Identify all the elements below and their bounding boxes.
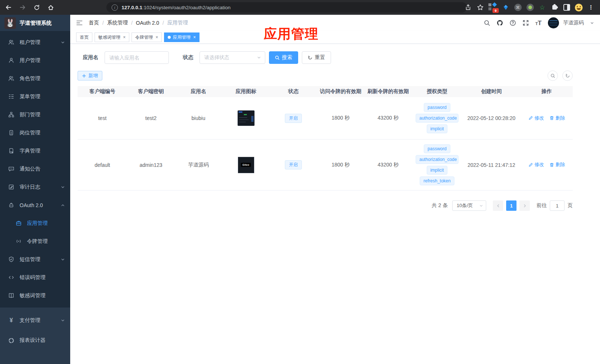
fullscreen-icon[interactable]	[522, 20, 529, 26]
grant-type-tag: implicit	[427, 124, 448, 133]
page-size-select[interactable]: 10条/页	[452, 200, 486, 211]
page-unit-label: 页	[567, 202, 573, 209]
close-icon[interactable]: ×	[193, 35, 196, 40]
collapse-sidebar-icon[interactable]	[76, 20, 83, 26]
chevron-down-icon[interactable]	[590, 21, 594, 25]
site-info-icon[interactable]: i	[112, 4, 118, 11]
table-toolbar: 新增	[78, 71, 573, 81]
sidebar-logo[interactable]: 🐰 芋道管理系统	[0, 15, 70, 31]
search-button[interactable]: 搜索	[269, 51, 298, 64]
search-icon[interactable]	[484, 20, 490, 26]
edit-log-icon	[8, 184, 14, 190]
chevron-left-icon	[496, 204, 500, 208]
sidebar-item-label: 报表设计器	[20, 337, 45, 344]
breadcrumb-home[interactable]: 首页	[89, 20, 99, 26]
sidebar-item-post[interactable]: 岗位管理	[0, 124, 70, 142]
status-select[interactable]: 请选择状态	[200, 51, 265, 64]
cell-client-id: default	[78, 140, 127, 190]
breadcrumb-oauth[interactable]: OAuth 2.0	[136, 20, 159, 26]
side-panel-icon[interactable]	[560, 0, 573, 15]
sidebar-item-tenant[interactable]: 租户管理	[0, 33, 70, 51]
address-bar[interactable]: i 127.0.0.1:1024/system/oauth2/oauth2/ap…	[106, 2, 467, 13]
breadcrumb-system[interactable]: 系统管理	[107, 20, 128, 26]
command-extension-icon[interactable]: ⌘	[512, 0, 524, 15]
sidebar-item-error-code[interactable]: 错误码管理	[0, 268, 70, 286]
app-icon-thumbnail	[238, 110, 255, 126]
sidebar-item-sensitive-word[interactable]: 敏感词管理	[0, 286, 70, 305]
page-number-1[interactable]: 1	[506, 200, 517, 211]
grant-type-tag: authorization_code	[416, 155, 458, 164]
users-icon	[8, 39, 14, 45]
sidebar-item-report-designer[interactable]: 报表设计器	[0, 330, 70, 350]
next-page-button[interactable]	[519, 200, 530, 211]
github-icon[interactable]	[497, 20, 503, 26]
sidebar-item-oauth-application[interactable]: 应用管理	[0, 214, 70, 232]
delete-link[interactable]: 删除	[549, 161, 565, 168]
chevron-down-icon	[61, 257, 65, 262]
extensions-puzzle-icon[interactable]	[548, 0, 560, 15]
home-icon[interactable]	[45, 2, 56, 13]
status-label: 状态	[183, 54, 193, 61]
edit-link[interactable]: 修改	[528, 161, 544, 168]
edit-link[interactable]: 修改	[528, 115, 544, 121]
breadcrumb: 首页 / 系统管理 / OAuth 2.0 / 应用管理	[89, 20, 188, 26]
status-badge: 开启	[285, 114, 302, 123]
tab-token[interactable]: 令牌管理×	[132, 32, 162, 42]
browser-menu-icon[interactable]: ⋮	[585, 0, 597, 15]
toggle-search-icon[interactable]	[548, 71, 558, 81]
sidebar-item-user[interactable]: 用户管理	[0, 51, 70, 69]
sidebar-item-oauth-token[interactable]: 令牌管理	[0, 232, 70, 250]
profile-avatar-icon[interactable]	[573, 0, 585, 15]
cell-client-secret: test2	[127, 97, 175, 140]
close-icon[interactable]: ×	[156, 35, 158, 40]
delete-link[interactable]: 删除	[549, 115, 565, 121]
goto-page-input[interactable]	[550, 200, 565, 211]
forward-icon[interactable]	[17, 2, 28, 13]
share-icon[interactable]	[462, 0, 474, 15]
close-icon[interactable]: ×	[123, 35, 126, 40]
cell-client-id: test	[78, 97, 127, 140]
reset-button[interactable]: 重置	[302, 51, 331, 64]
sidebar-item-role[interactable]: 角色管理	[0, 69, 70, 87]
record-extension-icon[interactable]	[524, 0, 536, 15]
extension-grid-icon[interactable]: 9	[486, 0, 500, 15]
refresh-icon	[308, 55, 313, 60]
sidebar-item-dict[interactable]: 字典管理	[0, 142, 70, 160]
bookmark-star-icon[interactable]	[474, 0, 486, 15]
username[interactable]: 芋道源码	[563, 20, 584, 26]
col-app-icon: 应用图标	[222, 86, 270, 97]
sidebar-item-payment[interactable]: ¥ 支付管理	[0, 310, 70, 330]
user-icon	[8, 57, 14, 63]
sidebar-item-menu[interactable]: 菜单管理	[0, 87, 70, 106]
sidebar-item-label: 租户管理	[20, 39, 40, 46]
user-avatar[interactable]	[548, 17, 559, 28]
refresh-table-icon[interactable]	[562, 71, 573, 81]
edit-link-label: 修改	[535, 115, 544, 121]
green-star-extension-icon[interactable]: ☆	[536, 0, 548, 15]
tab-home[interactable]: 首页	[76, 32, 92, 42]
sidebar-item-dept[interactable]: 部门管理	[0, 106, 70, 124]
tab-application[interactable]: 应用管理×	[164, 32, 200, 42]
sidebar-item-sms[interactable]: 短信管理	[0, 250, 70, 268]
col-client-secret: 客户端密钥	[127, 86, 175, 97]
app-name-input[interactable]	[105, 51, 169, 64]
tab-sensitive-word[interactable]: 敏感词管理×	[95, 32, 129, 42]
sidebar-item-label: 菜单管理	[20, 93, 40, 100]
prev-page-button[interactable]	[493, 200, 503, 211]
sidebar-item-audit-log[interactable]: 审计日志	[0, 178, 70, 196]
search-form: 应用名 状态 请选择状态 搜索	[78, 51, 573, 64]
sidebar-item-label: 短信管理	[20, 256, 40, 263]
sidebar-item-label: 角色管理	[20, 75, 40, 82]
gem-extension-icon[interactable]	[500, 0, 512, 15]
yen-icon: ¥	[8, 317, 14, 324]
sidebar-item-notice[interactable]: 通知公告	[0, 160, 70, 178]
add-button[interactable]: 新增	[78, 71, 102, 80]
sidebar-item-oauth[interactable]: OAuth 2.0	[0, 196, 70, 214]
grant-type-tag: authorization_code	[416, 114, 458, 123]
back-icon[interactable]	[3, 2, 14, 13]
help-icon[interactable]	[509, 20, 516, 26]
app-icon-thumbnail: Gitee	[238, 157, 254, 173]
reload-icon[interactable]	[31, 2, 42, 13]
dictionary-icon	[8, 148, 14, 154]
font-size-icon[interactable]: TT	[535, 20, 542, 26]
